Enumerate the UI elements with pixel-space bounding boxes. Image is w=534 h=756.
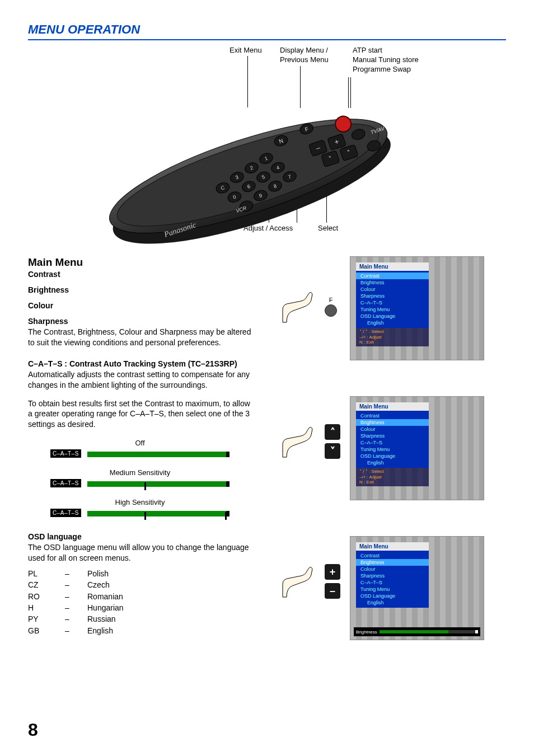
language-table: PL–Polish CZ–Czech RO–Romanian H–Hungari…: [28, 568, 252, 636]
callout-display-menu: Display Menu / Previous Menu: [280, 46, 329, 65]
cats-off-label: Off: [28, 439, 252, 447]
sharpness-description: The Contrast, Brightness, Colour and Sha…: [28, 327, 252, 348]
osd-item: C–A–T–S: [356, 299, 429, 306]
lang-row: RO–Romanian: [28, 591, 252, 602]
hand-icon: [280, 565, 319, 598]
hand-icon: [280, 425, 319, 458]
osd-brightness-bar: Brightness: [354, 627, 480, 636]
osd-item: Sharpness: [356, 572, 429, 579]
osd-item: Contrast: [356, 273, 429, 279]
osd-title: Main Menu: [356, 262, 429, 271]
osd-screenshot-brightness-select: Main Menu Contrast Brightness Colour Sha…: [350, 396, 484, 500]
title-underline: [28, 39, 506, 40]
osd-item: Brightness: [356, 559, 429, 566]
item-brightness: Brightness: [28, 285, 252, 294]
hand-press-updown: ˄ ˅: [280, 424, 340, 459]
down-button-icon: ˅: [325, 443, 340, 459]
osd-brightness-label: Brightness: [356, 630, 377, 635]
osd-item: English: [356, 320, 429, 326]
osd-language-heading: OSD language: [28, 532, 252, 541]
osd-item: Colour: [356, 566, 429, 572]
osd-screenshot-contrast: Main Menu Contrast Brightness Colour Sha…: [350, 256, 484, 360]
cats-bar-off: Off C–A–T–S: [28, 439, 252, 459]
hand-icon: [280, 290, 319, 323]
cats-bar-track: [87, 452, 229, 457]
osd-item: English: [356, 599, 429, 606]
lang-row: GB–English: [28, 625, 252, 636]
plus-button-icon: +: [325, 564, 340, 580]
cats-heading: C–A–T–S : Contrast Auto Tracking System …: [28, 359, 252, 368]
osd-title: Main Menu: [356, 402, 429, 411]
up-button-icon: ˄: [325, 424, 340, 440]
hand-press-plusminus: + –: [280, 564, 340, 599]
osd-item: Brightness: [356, 419, 429, 426]
osd-item: Contrast: [356, 412, 429, 419]
osd-item: Colour: [356, 426, 429, 433]
cats-body-2: To obtain best results first set the Con…: [28, 398, 252, 430]
osd-item: OSD Language: [356, 313, 429, 320]
remote-diagram: Exit Menu Display Menu / Previous Menu A…: [28, 46, 506, 253]
osd-help: ˅ / ˄ : Select –/+ : Adjust N : Exit: [356, 328, 429, 346]
item-sharpness: Sharpness: [28, 317, 252, 326]
callout-atp: ATP start Manual Tuning store Programme …: [353, 46, 419, 74]
lang-row: CZ–Czech: [28, 579, 252, 590]
osd-item: OSD Language: [356, 593, 429, 599]
lang-row: H–Hungarian: [28, 602, 252, 613]
callout-exit-menu: Exit Menu: [229, 46, 262, 55]
minus-button-icon: –: [325, 583, 340, 599]
cats-bar-high: High Sensitivity C–A–T–S: [28, 498, 252, 519]
cats-high-label: High Sensitivity: [28, 498, 252, 506]
osd-item: Contrast: [356, 552, 429, 559]
left-column: Main Menu Contrast Brightness Colour Sha…: [28, 256, 252, 636]
osd-item: Tuning Menu: [356, 586, 429, 593]
osd-item: OSD Language: [356, 453, 429, 459]
osd-item: Sharpness: [356, 433, 429, 439]
remote-control-icon: N F – + ˅ ˄ TV/AV: [95, 85, 409, 253]
lang-row: PL–Polish: [28, 568, 252, 579]
cats-tag: C–A–T–S: [50, 509, 81, 517]
osd-item: English: [356, 459, 429, 466]
osd-item: C–A–T–S: [356, 439, 429, 446]
osd-title: Main Menu: [356, 542, 429, 551]
f-button-icon: [325, 304, 337, 317]
osd-item: Sharpness: [356, 293, 429, 299]
osd-help: ˅ / ˄ : Select –/+ : Adjust N : Exit: [356, 468, 429, 486]
item-contrast: Contrast: [28, 270, 252, 279]
osd-item: Tuning Menu: [356, 306, 429, 313]
cats-bar-medium: Medium Sensitivity C–A–T–S: [28, 468, 252, 489]
osd-item: Colour: [356, 286, 429, 293]
osd-language-body: The OSD language menu will allow you to …: [28, 542, 252, 564]
osd-item: Tuning Menu: [356, 446, 429, 453]
hand-press-f: F: [280, 290, 337, 323]
item-colour: Colour: [28, 301, 252, 310]
right-column: F Main Menu Contrast Brightness Colour S…: [274, 256, 506, 636]
osd-screenshot-brightness-adjust: Main Menu Contrast Brightness Colour Sha…: [350, 536, 484, 640]
cats-tag: C–A–T–S: [50, 449, 81, 458]
cats-medium-label: Medium Sensitivity: [28, 468, 252, 477]
cats-tag: C–A–T–S: [50, 479, 81, 487]
cats-body-1: Automatically adjusts the contrast setti…: [28, 369, 252, 391]
lang-row: PY–Russian: [28, 613, 252, 624]
main-menu-heading: Main Menu: [28, 256, 252, 269]
cats-bar-track: [87, 511, 229, 516]
cats-bar-track: [87, 481, 229, 487]
osd-item: Brightness: [356, 279, 429, 286]
f-label: F: [329, 297, 333, 303]
main-content: Main Menu Contrast Brightness Colour Sha…: [28, 256, 506, 636]
page-title: MENU OPERATION: [28, 22, 506, 37]
page-number: 8: [28, 720, 38, 740]
osd-item: C–A–T–S: [356, 579, 429, 586]
